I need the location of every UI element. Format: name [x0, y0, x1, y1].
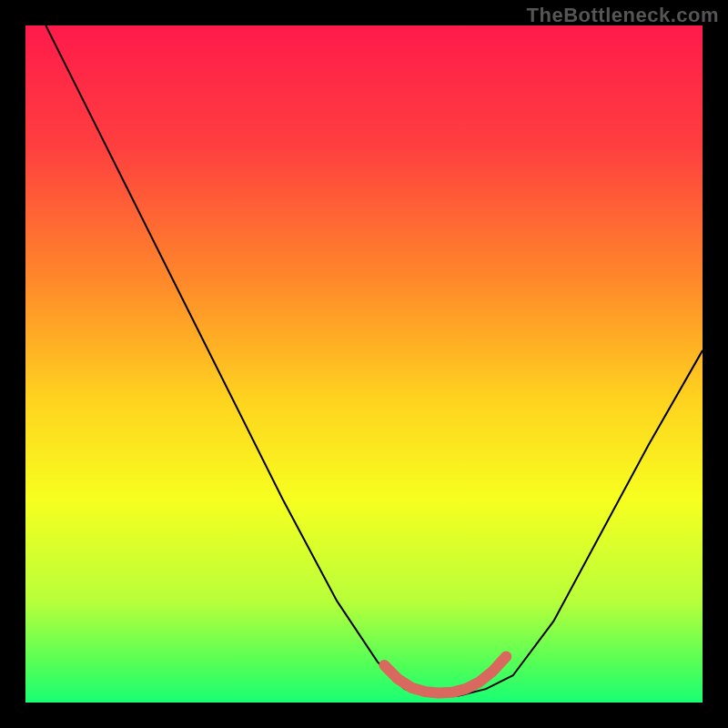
plot-area [25, 25, 703, 703]
gradient-background [25, 25, 703, 703]
watermark-text: TheBottleneck.com [527, 4, 719, 27]
chart-frame: TheBottleneck.com [0, 0, 728, 728]
chart-svg [25, 25, 703, 703]
